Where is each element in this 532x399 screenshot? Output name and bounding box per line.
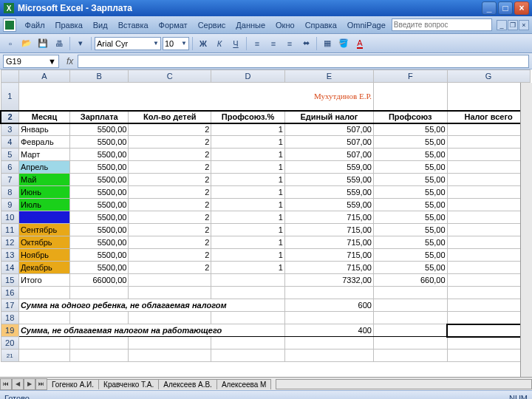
table-row[interactable]: 9Июль5500,0021559,0055,00 bbox=[1, 199, 530, 211]
cell-salary[interactable]: 5500,00 bbox=[70, 199, 129, 211]
mdi-close[interactable]: × bbox=[519, 20, 529, 30]
cell-union-pct[interactable]: 1 bbox=[211, 123, 285, 136]
borders-icon[interactable]: ▦ bbox=[320, 36, 335, 51]
row-header[interactable]: 12 bbox=[1, 236, 18, 249]
cell-salary[interactable]: 5500,00 bbox=[70, 136, 129, 149]
tab-nav-prev-icon[interactable]: ◀ bbox=[12, 378, 24, 390]
table-row[interactable]: 8Июнь5500,0021559,0055,00 bbox=[1, 186, 530, 199]
col-header[interactable]: D bbox=[211, 70, 285, 83]
row-2[interactable]: 2 Месяц Зарплата Кол-во детей Профсоюз.%… bbox=[1, 111, 530, 123]
cell-salary[interactable]: 5500,00 bbox=[70, 224, 129, 236]
col-header-row[interactable]: A B C D E F G bbox=[1, 70, 530, 83]
col-header[interactable]: G bbox=[447, 70, 530, 83]
cell-union-pct[interactable]: 1 bbox=[211, 136, 285, 149]
underline-icon[interactable]: Ч bbox=[228, 36, 243, 51]
font-size-combo[interactable]: 10▼ bbox=[163, 37, 189, 50]
cell-salary[interactable]: 5500,00 bbox=[70, 211, 129, 224]
row-16[interactable]: 16 bbox=[1, 287, 530, 299]
cell-salary[interactable]: 5500,00 bbox=[70, 249, 129, 262]
cell-union[interactable]: 55,00 bbox=[373, 236, 447, 249]
cell-union[interactable]: 55,00 bbox=[373, 262, 447, 274]
cell-children[interactable]: 2 bbox=[129, 262, 211, 274]
cell-month[interactable]: Август bbox=[18, 211, 69, 224]
formula-bar[interactable] bbox=[78, 55, 529, 68]
row-header[interactable]: 18 bbox=[1, 312, 18, 324]
cell-total-tax[interactable] bbox=[447, 236, 530, 249]
menu-edit[interactable]: Правка bbox=[51, 19, 87, 31]
sheet-tab[interactable]: Кравченко Т.А. bbox=[98, 379, 159, 389]
table-row[interactable]: 11Сентябрь5500,0021715,0055,00 bbox=[1, 224, 530, 236]
close-button[interactable]: × bbox=[514, 1, 529, 15]
cell-total-tax[interactable] bbox=[447, 224, 530, 236]
cell-children[interactable]: 2 bbox=[129, 211, 211, 224]
cell-month[interactable]: Январь bbox=[18, 123, 69, 136]
row-header[interactable]: 6 bbox=[1, 161, 18, 174]
cell-children[interactable]: 2 bbox=[129, 136, 211, 149]
table-row[interactable]: 12Октябрь5500,0021715,0055,00 bbox=[1, 236, 530, 249]
cell-union[interactable]: 55,00 bbox=[373, 161, 447, 174]
cell-union-pct[interactable]: 1 bbox=[211, 186, 285, 199]
menu-file[interactable]: Файл bbox=[21, 19, 50, 31]
cell-union[interactable]: 55,00 bbox=[373, 224, 447, 236]
cell-total-tax[interactable] bbox=[447, 136, 530, 149]
cell-children[interactable]: 2 bbox=[129, 161, 211, 174]
table-row[interactable]: 10Август5500,0021715,0055,00 bbox=[1, 211, 530, 224]
row-header[interactable]: 4 bbox=[1, 136, 18, 149]
row-header[interactable]: 2 bbox=[1, 111, 18, 123]
toolbar-more-icon[interactable]: ▾ bbox=[73, 36, 88, 51]
mdi-restore[interactable]: ❐ bbox=[508, 20, 518, 30]
row-header[interactable]: 3 bbox=[1, 123, 18, 136]
cell-union[interactable]: 55,00 bbox=[373, 211, 447, 224]
cell-salary[interactable]: 5500,00 bbox=[70, 123, 129, 136]
cell-salary[interactable]: 5500,00 bbox=[70, 262, 129, 274]
name-box[interactable]: G19▼ bbox=[3, 55, 59, 68]
cell-tax[interactable]: 715,00 bbox=[284, 249, 373, 262]
cell-month[interactable]: Апрель bbox=[18, 161, 69, 174]
cell-children[interactable]: 2 bbox=[129, 174, 211, 186]
sheet-tab[interactable]: Алексеева М bbox=[216, 379, 272, 389]
row-21[interactable]: 21 bbox=[1, 349, 530, 362]
align-right-icon[interactable]: ≡ bbox=[282, 36, 297, 51]
cell-tax[interactable]: 715,00 bbox=[284, 236, 373, 249]
cell-children[interactable]: 2 bbox=[129, 249, 211, 262]
cell-tax[interactable]: 559,00 bbox=[284, 161, 373, 174]
row-19[interactable]: 19 Сумма, не облагаемая налогом на работ… bbox=[1, 324, 530, 337]
horizontal-scrollbar[interactable] bbox=[276, 379, 532, 389]
cell-union-pct[interactable]: 1 bbox=[211, 174, 285, 186]
maximize-button[interactable]: □ bbox=[498, 1, 513, 15]
open-icon[interactable]: 📂 bbox=[19, 36, 34, 51]
tab-nav-first-icon[interactable]: ⏮ bbox=[0, 378, 12, 390]
cell-union-pct[interactable]: 1 bbox=[211, 161, 285, 174]
select-all-corner[interactable] bbox=[1, 70, 18, 83]
active-cell[interactable] bbox=[447, 324, 530, 337]
cell-tax[interactable]: 715,00 bbox=[284, 262, 373, 274]
cell-total-tax[interactable] bbox=[447, 161, 530, 174]
menu-view[interactable]: Вид bbox=[89, 19, 112, 31]
menu-data[interactable]: Данные bbox=[231, 19, 270, 31]
save-icon[interactable]: 💾 bbox=[35, 36, 50, 51]
cell-total-tax[interactable] bbox=[447, 199, 530, 211]
cell-union-pct[interactable]: 1 bbox=[211, 224, 285, 236]
row-header[interactable]: 16 bbox=[1, 287, 18, 299]
row-header[interactable]: 10 bbox=[1, 211, 18, 224]
col-header[interactable]: E bbox=[284, 70, 373, 83]
cell-union[interactable]: 55,00 bbox=[373, 249, 447, 262]
cell-salary[interactable]: 5500,00 bbox=[70, 149, 129, 161]
row-20[interactable]: 20 bbox=[1, 337, 530, 349]
table-row[interactable]: 5Март5500,0021507,0055,00 bbox=[1, 149, 530, 161]
cell-union-pct[interactable]: 1 bbox=[211, 236, 285, 249]
vertical-scrollbar[interactable] bbox=[520, 83, 532, 377]
menu-window[interactable]: Окно bbox=[271, 19, 299, 31]
align-center-icon[interactable]: ≡ bbox=[266, 36, 281, 51]
font-name-combo[interactable]: Arial Cyr▼ bbox=[95, 37, 161, 50]
cell-tax[interactable]: 715,00 bbox=[284, 224, 373, 236]
merge-icon[interactable]: ⬌ bbox=[299, 36, 313, 51]
ask-question-box[interactable] bbox=[392, 18, 492, 31]
row-15[interactable]: 15 Итого 66000,00 7332,00 660,00 bbox=[1, 274, 530, 287]
cell-month[interactable]: Март bbox=[18, 149, 69, 161]
cell-tax[interactable]: 715,00 bbox=[284, 211, 373, 224]
sheet-tab[interactable]: Алексеев А.В. bbox=[158, 379, 217, 389]
cell-union-pct[interactable]: 1 bbox=[211, 262, 285, 274]
mdi-minimize[interactable]: _ bbox=[497, 20, 507, 30]
cell-union[interactable]: 55,00 bbox=[373, 149, 447, 161]
